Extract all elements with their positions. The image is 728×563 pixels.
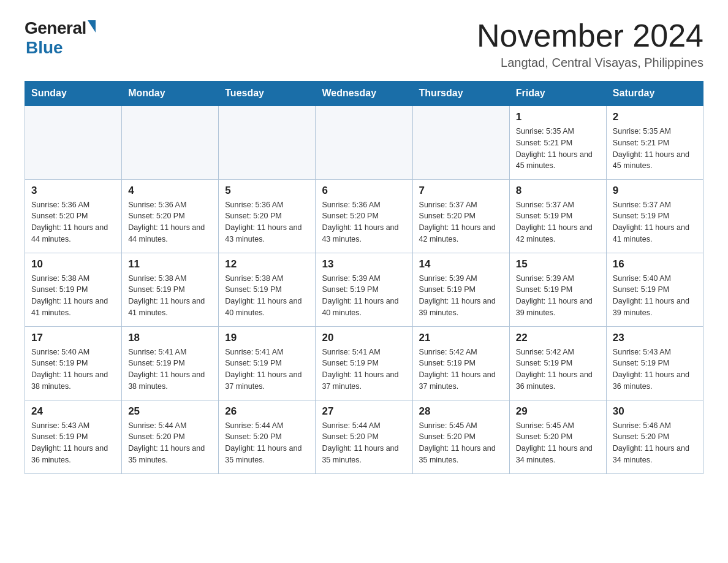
calendar-subtitle: Langtad, Central Visayas, Philippines	[477, 56, 703, 70]
week-row-1: 1Sunrise: 5:35 AMSunset: 5:21 PMDaylight…	[25, 105, 703, 179]
calendar-cell: 20Sunrise: 5:41 AMSunset: 5:19 PMDayligh…	[316, 326, 412, 400]
weekday-header-friday: Friday	[509, 82, 606, 106]
calendar-cell: 6Sunrise: 5:36 AMSunset: 5:20 PMDaylight…	[316, 179, 412, 253]
day-number: 29	[516, 405, 600, 418]
day-number: 2	[613, 111, 697, 123]
day-number: 14	[419, 258, 503, 270]
day-info: Sunrise: 5:37 AMSunset: 5:20 PMDaylight:…	[419, 199, 503, 245]
logo: General Blue	[25, 18, 96, 58]
day-info: Sunrise: 5:38 AMSunset: 5:19 PMDaylight:…	[225, 273, 309, 319]
calendar-cell: 21Sunrise: 5:42 AMSunset: 5:19 PMDayligh…	[412, 326, 509, 400]
day-number: 9	[613, 185, 697, 197]
calendar-cell: 11Sunrise: 5:38 AMSunset: 5:19 PMDayligh…	[122, 253, 219, 326]
calendar-cell: 19Sunrise: 5:41 AMSunset: 5:19 PMDayligh…	[219, 326, 316, 400]
day-number: 26	[225, 405, 309, 418]
calendar-cell: 7Sunrise: 5:37 AMSunset: 5:20 PMDaylight…	[412, 179, 509, 253]
week-row-2: 3Sunrise: 5:36 AMSunset: 5:20 PMDaylight…	[25, 179, 703, 253]
day-info: Sunrise: 5:43 AMSunset: 5:19 PMDaylight:…	[613, 347, 697, 393]
calendar-cell: 27Sunrise: 5:44 AMSunset: 5:20 PMDayligh…	[316, 400, 412, 473]
day-number: 28	[419, 405, 503, 418]
weekday-header-saturday: Saturday	[606, 82, 703, 106]
day-number: 3	[31, 185, 115, 197]
calendar-cell: 30Sunrise: 5:46 AMSunset: 5:20 PMDayligh…	[606, 400, 703, 473]
calendar-cell: 10Sunrise: 5:38 AMSunset: 5:19 PMDayligh…	[25, 253, 122, 326]
day-info: Sunrise: 5:40 AMSunset: 5:19 PMDaylight:…	[613, 273, 697, 319]
calendar-cell: 13Sunrise: 5:39 AMSunset: 5:19 PMDayligh…	[316, 253, 412, 326]
calendar-cell	[316, 105, 412, 179]
calendar-cell: 23Sunrise: 5:43 AMSunset: 5:19 PMDayligh…	[606, 326, 703, 400]
calendar-cell: 18Sunrise: 5:41 AMSunset: 5:19 PMDayligh…	[122, 326, 219, 400]
calendar-cell	[122, 105, 219, 179]
calendar-cell: 16Sunrise: 5:40 AMSunset: 5:19 PMDayligh…	[606, 253, 703, 326]
logo-arrow-icon	[88, 20, 96, 33]
day-number: 6	[322, 185, 406, 197]
day-info: Sunrise: 5:42 AMSunset: 5:19 PMDaylight:…	[516, 347, 600, 393]
calendar-cell: 22Sunrise: 5:42 AMSunset: 5:19 PMDayligh…	[509, 326, 606, 400]
day-number: 13	[322, 258, 406, 270]
day-info: Sunrise: 5:36 AMSunset: 5:20 PMDaylight:…	[322, 199, 406, 245]
weekday-header-sunday: Sunday	[25, 82, 122, 106]
day-info: Sunrise: 5:41 AMSunset: 5:19 PMDaylight:…	[322, 347, 406, 393]
calendar-cell: 3Sunrise: 5:36 AMSunset: 5:20 PMDaylight…	[25, 179, 122, 253]
day-number: 19	[225, 332, 309, 344]
day-info: Sunrise: 5:35 AMSunset: 5:21 PMDaylight:…	[516, 126, 600, 172]
title-block: November 2024 Langtad, Central Visayas, …	[477, 18, 703, 70]
calendar-cell: 15Sunrise: 5:39 AMSunset: 5:19 PMDayligh…	[509, 253, 606, 326]
day-number: 4	[128, 185, 212, 197]
day-info: Sunrise: 5:44 AMSunset: 5:20 PMDaylight:…	[322, 420, 406, 466]
day-number: 15	[516, 258, 600, 270]
day-info: Sunrise: 5:39 AMSunset: 5:19 PMDaylight:…	[322, 273, 406, 319]
calendar-table: SundayMondayTuesdayWednesdayThursdayFrid…	[25, 81, 703, 474]
day-number: 11	[128, 258, 212, 270]
calendar-cell: 24Sunrise: 5:43 AMSunset: 5:19 PMDayligh…	[25, 400, 122, 473]
header: General Blue November 2024 Langtad, Cent…	[25, 18, 703, 70]
day-info: Sunrise: 5:38 AMSunset: 5:19 PMDaylight:…	[31, 273, 115, 319]
calendar-cell: 8Sunrise: 5:37 AMSunset: 5:19 PMDaylight…	[509, 179, 606, 253]
day-number: 27	[322, 405, 406, 418]
calendar-cell: 26Sunrise: 5:44 AMSunset: 5:20 PMDayligh…	[219, 400, 316, 473]
day-number: 22	[516, 332, 600, 344]
calendar-cell: 2Sunrise: 5:35 AMSunset: 5:21 PMDaylight…	[606, 105, 703, 179]
day-info: Sunrise: 5:36 AMSunset: 5:20 PMDaylight:…	[225, 199, 309, 245]
day-info: Sunrise: 5:42 AMSunset: 5:19 PMDaylight:…	[419, 347, 503, 393]
calendar-title: November 2024	[477, 18, 703, 53]
day-info: Sunrise: 5:38 AMSunset: 5:19 PMDaylight:…	[128, 273, 212, 319]
calendar-cell	[25, 105, 122, 179]
day-number: 16	[613, 258, 697, 270]
day-info: Sunrise: 5:36 AMSunset: 5:20 PMDaylight:…	[31, 199, 115, 245]
day-number: 17	[31, 332, 115, 344]
day-info: Sunrise: 5:44 AMSunset: 5:20 PMDaylight:…	[128, 420, 212, 466]
calendar-cell	[412, 105, 509, 179]
calendar-cell: 14Sunrise: 5:39 AMSunset: 5:19 PMDayligh…	[412, 253, 509, 326]
calendar-cell: 4Sunrise: 5:36 AMSunset: 5:20 PMDaylight…	[122, 179, 219, 253]
day-number: 12	[225, 258, 309, 270]
calendar-cell: 1Sunrise: 5:35 AMSunset: 5:21 PMDaylight…	[509, 105, 606, 179]
day-number: 7	[419, 185, 503, 197]
day-info: Sunrise: 5:40 AMSunset: 5:19 PMDaylight:…	[31, 347, 115, 393]
weekday-header-thursday: Thursday	[412, 82, 509, 106]
day-info: Sunrise: 5:39 AMSunset: 5:19 PMDaylight:…	[419, 273, 503, 319]
calendar-cell	[219, 105, 316, 179]
day-number: 21	[419, 332, 503, 344]
day-number: 18	[128, 332, 212, 344]
day-info: Sunrise: 5:41 AMSunset: 5:19 PMDaylight:…	[225, 347, 309, 393]
day-info: Sunrise: 5:37 AMSunset: 5:19 PMDaylight:…	[516, 199, 600, 245]
day-info: Sunrise: 5:39 AMSunset: 5:19 PMDaylight:…	[516, 273, 600, 319]
logo-general-text: General	[25, 18, 86, 38]
day-info: Sunrise: 5:41 AMSunset: 5:19 PMDaylight:…	[128, 347, 212, 393]
logo-blue-text: Blue	[26, 38, 63, 58]
day-number: 1	[516, 111, 600, 123]
day-number: 5	[225, 185, 309, 197]
calendar-cell: 25Sunrise: 5:44 AMSunset: 5:20 PMDayligh…	[122, 400, 219, 473]
day-number: 24	[31, 405, 115, 418]
day-info: Sunrise: 5:45 AMSunset: 5:20 PMDaylight:…	[419, 420, 503, 466]
calendar-cell: 9Sunrise: 5:37 AMSunset: 5:19 PMDaylight…	[606, 179, 703, 253]
day-number: 10	[31, 258, 115, 270]
day-info: Sunrise: 5:36 AMSunset: 5:20 PMDaylight:…	[128, 199, 212, 245]
day-number: 30	[613, 405, 697, 418]
calendar-cell: 29Sunrise: 5:45 AMSunset: 5:20 PMDayligh…	[509, 400, 606, 473]
weekday-header-wednesday: Wednesday	[316, 82, 412, 106]
day-number: 8	[516, 185, 600, 197]
day-info: Sunrise: 5:45 AMSunset: 5:20 PMDaylight:…	[516, 420, 600, 466]
day-info: Sunrise: 5:43 AMSunset: 5:19 PMDaylight:…	[31, 420, 115, 466]
